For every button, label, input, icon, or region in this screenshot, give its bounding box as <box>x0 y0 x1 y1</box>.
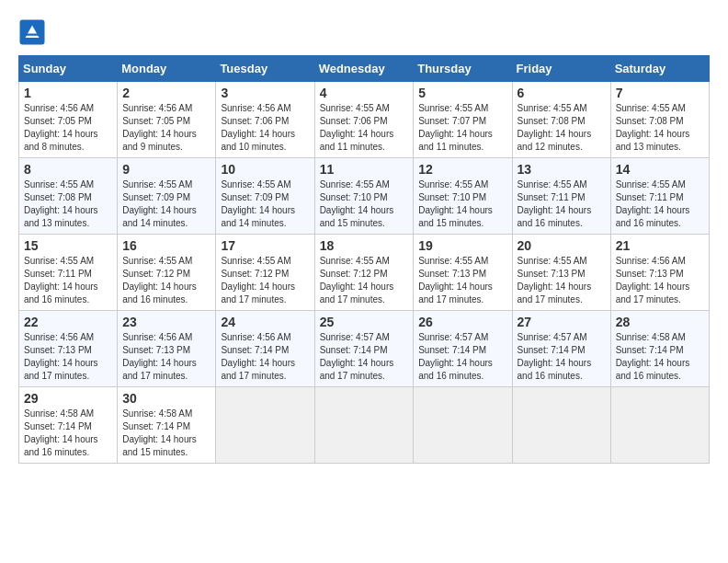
day-number: 21 <box>616 238 704 253</box>
day-info: Sunrise: 4:56 AM Sunset: 7:14 PM Dayligh… <box>221 331 309 383</box>
day-cell-9: 9 Sunrise: 4:55 AM Sunset: 7:09 PM Dayli… <box>118 158 216 235</box>
day-number: 27 <box>518 315 606 329</box>
empty-cell <box>414 387 512 464</box>
day-cell-24: 24 Sunrise: 4:56 AM Sunset: 7:14 PM Dayl… <box>216 311 314 387</box>
day-number: 11 <box>320 162 409 177</box>
day-number: 25 <box>320 315 409 329</box>
day-cell-25: 25 Sunrise: 4:57 AM Sunset: 7:14 PM Dayl… <box>314 311 414 387</box>
empty-cell <box>610 387 709 464</box>
day-number: 2 <box>122 86 210 100</box>
day-info: Sunrise: 4:56 AM Sunset: 7:13 PM Dayligh… <box>122 331 210 383</box>
day-cell-28: 28 Sunrise: 4:58 AM Sunset: 7:14 PM Dayl… <box>610 311 709 387</box>
day-info: Sunrise: 4:55 AM Sunset: 7:12 PM Dayligh… <box>221 255 309 306</box>
day-cell-27: 27 Sunrise: 4:57 AM Sunset: 7:14 PM Dayl… <box>512 311 610 387</box>
day-info: Sunrise: 4:55 AM Sunset: 7:11 PM Dayligh… <box>616 178 704 230</box>
day-number: 1 <box>24 86 112 100</box>
day-number: 16 <box>122 238 210 253</box>
day-cell-16: 16 Sunrise: 4:55 AM Sunset: 7:12 PM Dayl… <box>118 235 216 311</box>
day-cell-5: 5 Sunrise: 4:55 AM Sunset: 7:07 PM Dayli… <box>414 82 512 158</box>
day-info: Sunrise: 4:55 AM Sunset: 7:07 PM Dayligh… <box>418 102 506 154</box>
day-cell-14: 14 Sunrise: 4:55 AM Sunset: 7:11 PM Dayl… <box>610 158 709 235</box>
day-number: 6 <box>518 86 606 100</box>
day-cell-26: 26 Sunrise: 4:57 AM Sunset: 7:14 PM Dayl… <box>414 311 512 387</box>
day-cell-7: 7 Sunrise: 4:55 AM Sunset: 7:08 PM Dayli… <box>610 82 709 158</box>
day-info: Sunrise: 4:55 AM Sunset: 7:10 PM Dayligh… <box>418 178 506 230</box>
day-number: 4 <box>320 86 409 100</box>
day-cell-4: 4 Sunrise: 4:55 AM Sunset: 7:06 PM Dayli… <box>314 82 414 158</box>
day-info: Sunrise: 4:55 AM Sunset: 7:06 PM Dayligh… <box>320 102 409 154</box>
day-info: Sunrise: 4:55 AM Sunset: 7:13 PM Dayligh… <box>418 255 506 306</box>
day-info: Sunrise: 4:55 AM Sunset: 7:11 PM Dayligh… <box>518 178 606 230</box>
calendar-table: SundayMondayTuesdayWednesdayThursdayFrid… <box>18 55 710 464</box>
day-info: Sunrise: 4:56 AM Sunset: 7:05 PM Dayligh… <box>24 102 112 154</box>
day-number: 10 <box>221 162 309 177</box>
svg-rect-2 <box>26 34 40 36</box>
day-info: Sunrise: 4:55 AM Sunset: 7:10 PM Dayligh… <box>320 178 409 230</box>
day-info: Sunrise: 4:55 AM Sunset: 7:08 PM Dayligh… <box>518 102 606 154</box>
day-number: 23 <box>122 315 210 329</box>
logo-icon <box>18 18 46 46</box>
day-cell-23: 23 Sunrise: 4:56 AM Sunset: 7:13 PM Dayl… <box>118 311 216 387</box>
day-cell-8: 8 Sunrise: 4:55 AM Sunset: 7:08 PM Dayli… <box>19 158 118 235</box>
day-number: 19 <box>418 238 506 253</box>
day-cell-30: 30 Sunrise: 4:58 AM Sunset: 7:14 PM Dayl… <box>118 387 216 464</box>
day-number: 26 <box>418 315 506 329</box>
day-cell-13: 13 Sunrise: 4:55 AM Sunset: 7:11 PM Dayl… <box>512 158 610 235</box>
calendar-week-1: 1 Sunrise: 4:56 AM Sunset: 7:05 PM Dayli… <box>19 82 710 158</box>
page-header <box>18 18 710 46</box>
empty-cell <box>512 387 610 464</box>
day-number: 22 <box>24 315 112 329</box>
day-number: 7 <box>616 86 704 100</box>
day-cell-2: 2 Sunrise: 4:56 AM Sunset: 7:05 PM Dayli… <box>118 82 216 158</box>
day-info: Sunrise: 4:56 AM Sunset: 7:05 PM Dayligh… <box>122 102 210 154</box>
day-info: Sunrise: 4:56 AM Sunset: 7:06 PM Dayligh… <box>221 102 309 154</box>
day-cell-1: 1 Sunrise: 4:56 AM Sunset: 7:05 PM Dayli… <box>19 82 118 158</box>
header-monday: Monday <box>118 56 216 82</box>
day-info: Sunrise: 4:56 AM Sunset: 7:13 PM Dayligh… <box>616 255 704 306</box>
day-number: 14 <box>616 162 704 177</box>
day-number: 9 <box>122 162 210 177</box>
day-info: Sunrise: 4:55 AM Sunset: 7:09 PM Dayligh… <box>221 178 309 230</box>
day-cell-10: 10 Sunrise: 4:55 AM Sunset: 7:09 PM Dayl… <box>216 158 314 235</box>
day-info: Sunrise: 4:57 AM Sunset: 7:14 PM Dayligh… <box>418 331 506 383</box>
day-info: Sunrise: 4:58 AM Sunset: 7:14 PM Dayligh… <box>24 408 112 459</box>
header-friday: Friday <box>512 56 610 82</box>
calendar-week-4: 22 Sunrise: 4:56 AM Sunset: 7:13 PM Dayl… <box>19 311 710 387</box>
day-number: 29 <box>24 391 112 406</box>
empty-cell <box>314 387 414 464</box>
day-cell-19: 19 Sunrise: 4:55 AM Sunset: 7:13 PM Dayl… <box>414 235 512 311</box>
day-number: 5 <box>418 86 506 100</box>
calendar-header-row: SundayMondayTuesdayWednesdayThursdayFrid… <box>19 56 710 82</box>
day-info: Sunrise: 4:58 AM Sunset: 7:14 PM Dayligh… <box>122 408 210 459</box>
header-tuesday: Tuesday <box>216 56 314 82</box>
header-wednesday: Wednesday <box>314 56 414 82</box>
day-cell-12: 12 Sunrise: 4:55 AM Sunset: 7:10 PM Dayl… <box>414 158 512 235</box>
day-cell-29: 29 Sunrise: 4:58 AM Sunset: 7:14 PM Dayl… <box>19 387 118 464</box>
day-cell-3: 3 Sunrise: 4:56 AM Sunset: 7:06 PM Dayli… <box>216 82 314 158</box>
day-number: 30 <box>122 391 210 406</box>
day-cell-15: 15 Sunrise: 4:55 AM Sunset: 7:11 PM Dayl… <box>19 235 118 311</box>
day-number: 28 <box>616 315 704 329</box>
day-number: 20 <box>518 238 606 253</box>
day-info: Sunrise: 4:55 AM Sunset: 7:08 PM Dayligh… <box>24 178 112 230</box>
logo <box>18 18 50 46</box>
day-number: 18 <box>320 238 409 253</box>
day-info: Sunrise: 4:58 AM Sunset: 7:14 PM Dayligh… <box>616 331 704 383</box>
day-cell-22: 22 Sunrise: 4:56 AM Sunset: 7:13 PM Dayl… <box>19 311 118 387</box>
day-number: 13 <box>518 162 606 177</box>
day-info: Sunrise: 4:55 AM Sunset: 7:08 PM Dayligh… <box>616 102 704 154</box>
day-info: Sunrise: 4:55 AM Sunset: 7:12 PM Dayligh… <box>320 255 409 306</box>
day-info: Sunrise: 4:57 AM Sunset: 7:14 PM Dayligh… <box>320 331 409 383</box>
day-info: Sunrise: 4:55 AM Sunset: 7:11 PM Dayligh… <box>24 255 112 306</box>
day-info: Sunrise: 4:55 AM Sunset: 7:12 PM Dayligh… <box>122 255 210 306</box>
day-cell-21: 21 Sunrise: 4:56 AM Sunset: 7:13 PM Dayl… <box>610 235 709 311</box>
day-cell-20: 20 Sunrise: 4:55 AM Sunset: 7:13 PM Dayl… <box>512 235 610 311</box>
header-saturday: Saturday <box>610 56 709 82</box>
day-number: 24 <box>221 315 309 329</box>
header-sunday: Sunday <box>19 56 118 82</box>
day-info: Sunrise: 4:55 AM Sunset: 7:13 PM Dayligh… <box>518 255 606 306</box>
day-number: 3 <box>221 86 309 100</box>
day-number: 12 <box>418 162 506 177</box>
day-cell-18: 18 Sunrise: 4:55 AM Sunset: 7:12 PM Dayl… <box>314 235 414 311</box>
day-info: Sunrise: 4:55 AM Sunset: 7:09 PM Dayligh… <box>122 178 210 230</box>
